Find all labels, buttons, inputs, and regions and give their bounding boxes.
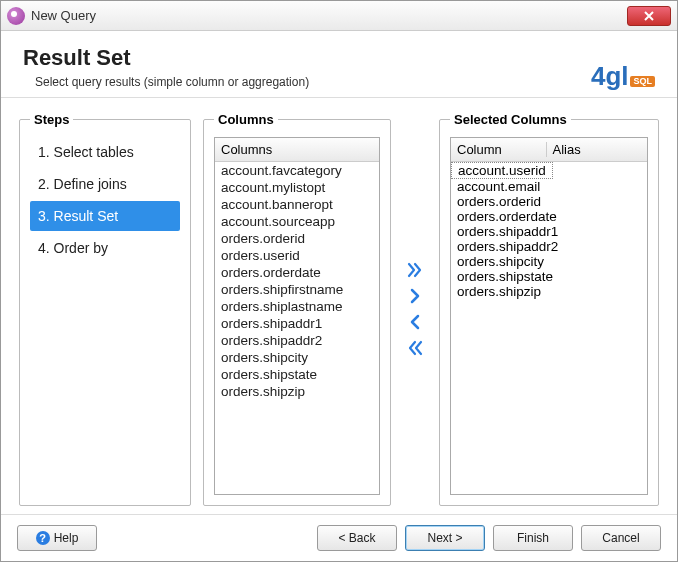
list-item[interactable]: orders.shipstate [215,366,379,383]
cell-alias [564,224,647,239]
list-item[interactable]: orders.shipfirstname [215,281,379,298]
cell-column: orders.shipstate [451,269,559,284]
cell-alias [564,239,647,254]
remove-all-button[interactable] [405,338,425,358]
transfer-buttons [403,112,427,506]
step-item[interactable]: 4. Order by [30,233,180,263]
columns-list-header: Columns [215,138,379,162]
cell-alias [549,179,647,194]
cancel-label: Cancel [602,531,639,545]
step-item[interactable]: 2. Define joins [30,169,180,199]
logo-gl: gl [605,63,628,89]
wizard-body: Steps 1. Select tables2. Define joins3. … [1,98,677,514]
remove-button[interactable] [405,312,425,332]
list-item[interactable]: orders.shiplastname [215,298,379,315]
next-button[interactable]: Next > [405,525,485,551]
cell-column: orders.shipcity [451,254,550,269]
list-item[interactable]: account.favcategory [215,162,379,179]
step-item[interactable]: 1. Select tables [30,137,180,167]
list-item[interactable]: orders.orderid [215,230,379,247]
cell-column: orders.shipaddr2 [451,239,564,254]
columns-listbox[interactable]: Columns account.favcategoryaccount.mylis… [214,137,380,495]
help-button[interactable]: ? Help [17,525,97,551]
step-item[interactable]: 3. Result Set [30,201,180,231]
table-row[interactable]: orders.orderdate [451,209,647,224]
double-chevron-right-icon [407,262,423,278]
logo-four: 4 [591,63,605,89]
cell-alias [553,162,647,179]
list-item[interactable]: orders.shipzip [215,383,379,400]
add-all-button[interactable] [405,260,425,280]
cell-column: orders.shipzip [451,284,549,299]
logo-sql: SQL [630,76,655,87]
cell-alias [563,209,647,224]
columns-panel: Columns Columns account.favcategoryaccou… [203,112,391,506]
list-item[interactable]: account.banneropt [215,196,379,213]
close-button[interactable] [627,6,671,26]
column-header-alias[interactable]: Alias [546,142,642,157]
page-subtitle: Select query results (simple column or a… [23,75,309,89]
list-item[interactable]: orders.orderdate [215,264,379,281]
cancel-button[interactable]: Cancel [581,525,661,551]
list-item[interactable]: orders.shipcity [215,349,379,366]
selected-columns-legend: Selected Columns [450,112,571,127]
chevron-left-icon [407,314,423,330]
next-label: Next > [427,531,462,545]
titlebar: New Query [1,1,677,31]
app-icon [7,7,25,25]
finish-label: Finish [517,531,549,545]
table-row[interactable]: orders.shipstate [451,269,647,284]
help-icon: ? [36,531,50,545]
table-row[interactable]: orders.shipzip [451,284,647,299]
finish-button[interactable]: Finish [493,525,573,551]
steps-panel: Steps 1. Select tables2. Define joins3. … [19,112,191,506]
list-item[interactable]: orders.shipaddr1 [215,315,379,332]
table-row[interactable]: orders.shipaddr1 [451,224,647,239]
list-item[interactable]: orders.shipaddr2 [215,332,379,349]
table-row[interactable]: account.userid [451,162,647,179]
cell-column: orders.orderdate [451,209,563,224]
chevron-right-icon [407,288,423,304]
cell-column: account.email [451,179,549,194]
back-button[interactable]: < Back [317,525,397,551]
cell-column: orders.shipaddr1 [451,224,564,239]
cell-column: orders.orderid [451,194,549,209]
wizard-header: Result Set Select query results (simple … [1,31,677,98]
logo: 4glSQL [591,63,655,89]
table-row[interactable]: orders.shipcity [451,254,647,269]
page-title: Result Set [23,45,309,71]
cell-column: account.userid [451,162,553,179]
columns-legend: Columns [214,112,278,127]
table-row[interactable]: orders.shipaddr2 [451,239,647,254]
selected-columns-table[interactable]: Column Alias account.useridaccount.email… [450,137,648,495]
selected-columns-panel: Selected Columns Column Alias account.us… [439,112,659,506]
table-row[interactable]: orders.orderid [451,194,647,209]
selected-table-header: Column Alias [451,138,647,162]
cell-alias [559,269,647,284]
cell-alias [549,284,647,299]
help-label: Help [54,531,79,545]
cell-alias [549,194,647,209]
cell-alias [550,254,647,269]
double-chevron-left-icon [407,340,423,356]
list-item[interactable]: account.sourceapp [215,213,379,230]
window-title: New Query [31,8,627,23]
close-icon [644,11,654,21]
wizard-footer: ? Help < Back Next > Finish Cancel [1,514,677,561]
add-button[interactable] [405,286,425,306]
steps-legend: Steps [30,112,73,127]
list-item[interactable]: account.mylistopt [215,179,379,196]
list-item[interactable]: orders.userid [215,247,379,264]
back-label: < Back [338,531,375,545]
column-header-column[interactable]: Column [457,142,546,157]
table-row[interactable]: account.email [451,179,647,194]
